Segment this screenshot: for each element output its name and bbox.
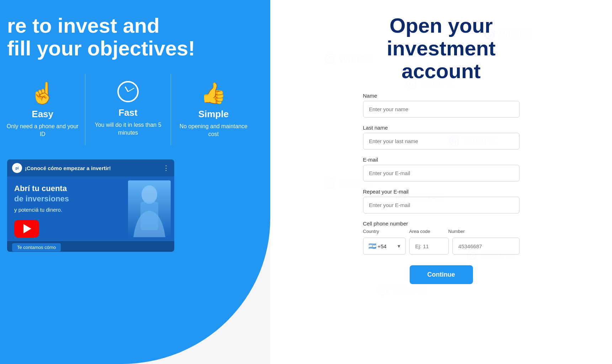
features-row: ☝️ Easy Only need a phone and your ID Fa… (0, 74, 256, 146)
country-sub-label: Country (363, 229, 406, 234)
svg-point-0 (142, 185, 157, 204)
easy-title: Easy (32, 109, 53, 120)
phone-inputs-row: 🇦🇷 +54 ▾ (363, 238, 520, 255)
phone-label: Cell phone number (363, 221, 520, 227)
clock-icon (117, 81, 139, 104)
simple-title: Simple (198, 109, 229, 120)
video-body: Abrí tu cuenta de inversiones y potenciá… (7, 176, 174, 241)
page-title: Open your investment account (387, 14, 495, 82)
fast-title: Fast (118, 107, 137, 118)
video-cta-button[interactable]: Te contamos cómo (12, 243, 61, 251)
country-selector[interactable]: 🇦🇷 +54 ▾ (363, 238, 406, 255)
repeat-email-label: Repeat your E-mail (363, 189, 520, 195)
feature-simple: 👍 Simple No opening and maintance cost (171, 74, 256, 146)
left-panel: 🌀 WikiFX 🌀 WikiFX 🌀 WikiFX 🌀 WikiFX 🌀 Wi… (0, 0, 270, 364)
video-header: pi ¡Conocé cómo empezar a invertir! ⋮ (7, 159, 174, 176)
right-panel: 🌀 WikiFX 🌀 WikiFX 🌀 WikiFX 🌀 WikiFX 🌀 Wi… (270, 0, 612, 364)
video-more-icon[interactable]: ⋮ (163, 164, 169, 172)
feature-easy: ☝️ Easy Only need a phone and your ID (0, 74, 85, 146)
phone-group: Cell phone number Country Area code Numb… (363, 221, 520, 255)
repeat-email-input[interactable] (363, 197, 520, 213)
repeat-email-group: Repeat your E-mail (363, 189, 520, 213)
email-group: E-mail (363, 157, 520, 181)
name-input[interactable] (363, 101, 520, 118)
fast-desc: You will do it in less than 5 minutes (91, 121, 165, 137)
video-bottom-bar: Te contamos cómo (7, 241, 174, 252)
phone-sub-labels: Country Area code Number (363, 229, 520, 234)
last-name-group: Last name (363, 125, 520, 150)
simple-desc: No opening and maintance cost (176, 123, 251, 138)
area-code-input[interactable] (409, 238, 449, 255)
hand-pointer-icon: ☝️ (30, 81, 55, 105)
number-sub-label: Number (448, 229, 520, 234)
country-flag: 🇦🇷 (368, 242, 376, 250)
video-container: pi ¡Conocé cómo empezar a invertir! ⋮ Ab… (7, 159, 174, 252)
feature-fast: Fast You will do it in less than 5 minut… (85, 74, 171, 146)
thumbs-up-icon: 👍 (201, 81, 226, 105)
channel-logo: pi (12, 163, 22, 173)
play-button[interactable] (14, 220, 39, 238)
chevron-down-icon: ▾ (398, 243, 400, 249)
phone-number-input[interactable] (452, 238, 520, 255)
country-code: +54 (378, 243, 387, 249)
video-person-image (128, 180, 171, 237)
hero-heading: re to invest and fill your objectives! (7, 14, 249, 60)
area-code-sub-label: Area code (409, 229, 445, 234)
name-label: Name (363, 93, 520, 99)
email-input[interactable] (363, 165, 520, 181)
video-title: ¡Conocé cómo empezar a invertir! (25, 165, 160, 171)
registration-form: Name Last name E-mail Repeat your E-mail… (363, 93, 520, 284)
last-name-label: Last name (363, 125, 520, 131)
name-group: Name (363, 93, 520, 118)
svg-rect-1 (140, 202, 158, 230)
video-left-text: Abrí tu cuenta de inversiones y potenciá… (14, 184, 124, 214)
continue-button[interactable]: Continue (410, 265, 473, 284)
last-name-input[interactable] (363, 133, 520, 150)
easy-desc: Only need a phone and your ID (5, 123, 80, 138)
email-label: E-mail (363, 157, 520, 163)
